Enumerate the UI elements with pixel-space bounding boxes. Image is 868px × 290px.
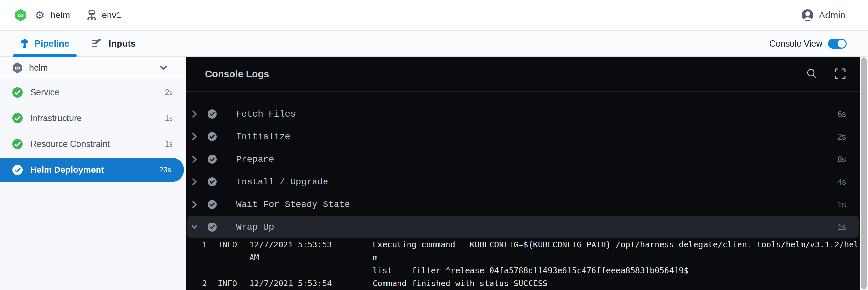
stage-group-helm[interactable]: ∞ helm xyxy=(0,57,186,79)
log-level: INFO xyxy=(218,277,237,290)
environment-icon xyxy=(87,10,97,21)
fullscreen-icon[interactable] xyxy=(834,68,846,80)
success-check-icon xyxy=(208,177,217,186)
console-view-toggle[interactable] xyxy=(828,39,847,49)
stage-duration: 1s xyxy=(165,140,173,149)
log-line: 1 INFO 12/7/2021 5:53:53 AM Executing co… xyxy=(186,238,860,277)
console-logs-panel: Console Logs xyxy=(186,57,860,290)
log-message: Command finished with status SUCCESS xyxy=(373,277,860,290)
inputs-icon xyxy=(92,39,103,49)
top-bar: ∞ ⚙ helm env1 Admin xyxy=(0,0,868,31)
step-install-upgrade[interactable]: Install / Upgrade 4s xyxy=(186,170,860,193)
avatar-icon xyxy=(801,9,814,22)
log-line-number: 2 xyxy=(186,277,207,290)
user-name: Admin xyxy=(819,10,845,21)
tab-inputs-label: Inputs xyxy=(108,38,135,49)
sidebar-item-helm-deployment[interactable]: Helm Deployment 23s xyxy=(0,158,184,182)
tab-pipeline[interactable]: Pipeline xyxy=(13,31,76,56)
tab-bar: Pipeline Inputs Console View xyxy=(0,31,868,57)
console-header: Console Logs xyxy=(186,57,860,92)
success-check-icon xyxy=(208,132,217,141)
chevron-right-icon xyxy=(192,178,197,186)
log-line: 2 INFO 12/7/2021 5:53:54 AM Command fini… xyxy=(186,277,860,290)
stage-label: Resource Constraint xyxy=(30,139,110,149)
stage-label: Infrastructure xyxy=(30,114,82,123)
user-menu[interactable]: Admin xyxy=(801,9,845,22)
chevron-down-icon xyxy=(192,223,197,231)
breadcrumb-environment[interactable]: env1 xyxy=(102,10,121,20)
step-duration: 6s xyxy=(838,109,846,119)
log-level: INFO xyxy=(218,238,237,251)
harness-execution-page: ∞ ⚙ helm env1 Admin xyxy=(0,0,868,290)
sidebar-item-infrastructure[interactable]: Infrastructure 1s xyxy=(0,105,186,131)
chevron-right-icon xyxy=(192,200,197,208)
success-check-icon xyxy=(208,109,217,119)
search-icon[interactable] xyxy=(806,68,817,80)
log-timestamp: 12/7/2021 5:53:53 AM xyxy=(249,238,346,264)
step-duration: 1s xyxy=(838,223,846,232)
breadcrumb-project[interactable]: helm xyxy=(51,10,70,20)
success-check-icon xyxy=(208,200,217,209)
log-message: Executing command - KUBECONFIG=${KUBECON… xyxy=(373,238,860,277)
group-name: helm xyxy=(29,63,48,73)
toggle-knob xyxy=(838,40,846,48)
pipeline-icon xyxy=(20,39,29,49)
log-timestamp: 12/7/2021 5:53:54 AM xyxy=(249,277,346,290)
step-duration: 8s xyxy=(838,155,846,164)
step-label: Fetch Files xyxy=(236,109,296,119)
success-check-icon xyxy=(12,113,23,123)
success-check-icon xyxy=(12,87,23,98)
success-check-icon xyxy=(12,165,23,175)
group-icon: ∞ xyxy=(12,62,23,73)
stage-sidebar: ∞ helm Service 2s xyxy=(0,57,186,290)
console-view-label: Console View xyxy=(769,39,823,49)
log-line-number: 1 xyxy=(186,238,207,251)
vertical-scrollbar[interactable] xyxy=(860,57,868,290)
chevron-right-icon xyxy=(192,155,197,163)
tab-inputs[interactable]: Inputs xyxy=(84,31,143,56)
console-title: Console Logs xyxy=(205,68,269,79)
step-prepare[interactable]: Prepare 8s xyxy=(186,148,860,170)
step-label: Wrap Up xyxy=(236,222,274,232)
step-label: Install / Upgrade xyxy=(236,177,329,187)
active-tab-underline xyxy=(13,54,76,57)
sidebar-item-resource-constraint[interactable]: Resource Constraint 1s xyxy=(0,131,186,157)
stage-label: Helm Deployment xyxy=(30,165,104,175)
stage-duration: 23s xyxy=(159,166,171,174)
success-check-icon xyxy=(12,139,23,149)
step-duration: 4s xyxy=(838,177,846,187)
step-fetch-files[interactable]: Fetch Files 6s xyxy=(186,103,860,125)
step-wrap-up[interactable]: Wrap Up 1s xyxy=(187,216,859,238)
step-label: Wait For Steady State xyxy=(236,200,350,210)
project-icon: ∞ xyxy=(15,9,27,21)
stage-duration: 2s xyxy=(165,88,173,97)
chevron-down-icon[interactable] xyxy=(160,66,167,70)
step-initialize[interactable]: Initialize 2s xyxy=(186,125,860,148)
scrollbar-thumb[interactable] xyxy=(861,58,867,289)
step-duration: 2s xyxy=(838,132,846,141)
stage-label: Service xyxy=(30,88,59,98)
step-label: Initialize xyxy=(236,132,290,142)
step-wait-for-steady-state[interactable]: Wait For Steady State 1s xyxy=(186,193,860,216)
tab-pipeline-label: Pipeline xyxy=(35,38,69,49)
step-label: Prepare xyxy=(236,154,274,164)
gear-icon: ⚙ xyxy=(35,10,44,21)
sidebar-item-service[interactable]: Service 2s xyxy=(0,79,186,105)
step-list: Fetch Files 6s Initialize 2s xyxy=(186,92,860,238)
chevron-right-icon xyxy=(192,133,197,140)
log-output: 1 INFO 12/7/2021 5:53:53 AM Executing co… xyxy=(186,238,860,290)
success-check-icon xyxy=(208,155,217,164)
step-duration: 1s xyxy=(838,200,846,209)
success-check-icon xyxy=(208,223,217,231)
stage-duration: 1s xyxy=(165,114,173,123)
content-area: ∞ helm Service 2s xyxy=(0,57,868,290)
chevron-right-icon xyxy=(192,110,197,118)
